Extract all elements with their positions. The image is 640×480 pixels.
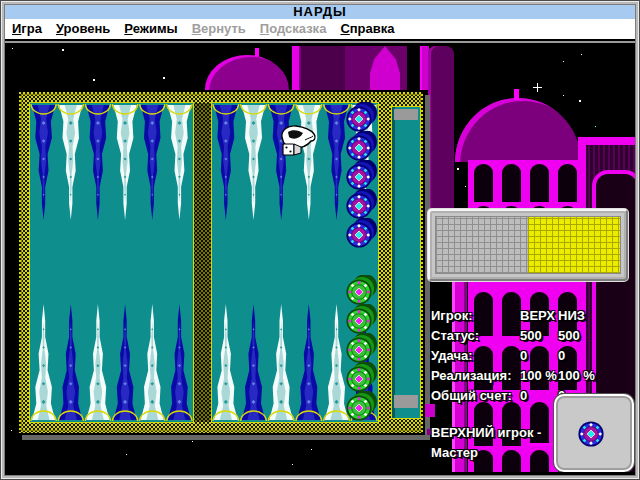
title-bar[interactable]: НАРДЫ: [5, 3, 635, 19]
palace-arch: [502, 164, 521, 202]
palace-tower: [428, 46, 454, 214]
star: [563, 61, 564, 62]
score-bar-lower-half: [528, 217, 620, 273]
palace-wall: [301, 46, 345, 90]
star: [465, 186, 466, 187]
palace-dome-large: [455, 98, 581, 162]
star: [126, 454, 127, 455]
score-value-upper: 0: [520, 388, 558, 403]
star: [163, 77, 165, 79]
star-cross: [533, 83, 542, 92]
player-col-upper: ВЕРХ: [520, 308, 558, 323]
palace-pillar: [292, 46, 301, 90]
palace-finial: [255, 48, 259, 56]
menu-item-4: Вернуть: [185, 19, 253, 36]
score-value-lower: 500: [558, 328, 621, 343]
turn-indicator-checker: [576, 417, 612, 449]
star: [563, 95, 564, 96]
score-value-upper: 0: [520, 348, 558, 363]
game-area[interactable]: Игрок: ВЕРХ НИЗ Статус:500500Удача:00Реа…: [5, 41, 635, 472]
menu-item-1[interactable]: Игра: [5, 19, 49, 36]
menu-item-6[interactable]: Справка: [333, 19, 401, 36]
menu-item-3[interactable]: Режимы: [117, 19, 184, 36]
score-value-lower: 100 %: [558, 368, 621, 383]
palace-dome-small: [205, 55, 289, 90]
score-balance-bar: [428, 209, 628, 281]
star: [11, 430, 12, 431]
palace-arch: [530, 164, 549, 202]
menu-item-5: Подсказка: [253, 19, 334, 36]
palace-finial: [514, 89, 519, 100]
checker-green[interactable]: [344, 304, 380, 336]
checker-green[interactable]: [344, 333, 380, 365]
score-label: Статус:: [431, 328, 520, 343]
checker-green[interactable]: [344, 362, 380, 394]
checker-green[interactable]: [344, 275, 380, 307]
star: [292, 464, 293, 465]
checker-blue[interactable]: [344, 189, 380, 221]
checker-blue[interactable]: [344, 218, 380, 250]
turn-indicator-panel: [554, 394, 634, 472]
menu-bar: ИграУровеньРежимыВернутьПодсказкаСправка: [5, 19, 635, 40]
window-title: НАРДЫ: [293, 4, 347, 19]
checker-blue[interactable]: [344, 160, 380, 192]
scoreboard: Игрок: ВЕРХ НИЗ Статус:500500Удача:00Реа…: [431, 305, 621, 405]
checker-stack-lower[interactable]: [344, 275, 380, 425]
star: [192, 441, 193, 442]
palace-arch: [558, 164, 577, 202]
scoreboard-header: Игрок: ВЕРХ НИЗ: [431, 305, 621, 325]
checker-stack-upper[interactable]: [344, 102, 380, 252]
star: [62, 49, 64, 51]
palace-arch: [474, 164, 493, 202]
score-row-1: Статус:500500: [431, 325, 621, 345]
score-label: Общий счет:: [431, 388, 520, 403]
score-row-3: Реализация:100 %100 %: [431, 365, 621, 385]
star: [12, 48, 13, 49]
menu-item-2[interactable]: Уровень: [49, 19, 117, 36]
star: [93, 79, 95, 81]
score-row-2: Удача:00: [431, 345, 621, 365]
star: [311, 449, 312, 450]
palace-fragment: [425, 404, 435, 417]
checker-blue[interactable]: [344, 102, 380, 134]
score-bar-upper-half: [436, 217, 528, 273]
hand-dice-cursor: [275, 121, 319, 161]
score-value-upper: 500: [520, 328, 558, 343]
player-col-lower: НИЗ: [558, 308, 621, 323]
app-window: НАРДЫ ИграУровеньРежимыВернутьПодсказкаС…: [0, 0, 640, 480]
checker-green[interactable]: [344, 391, 380, 423]
score-label: Реализация:: [431, 368, 520, 383]
score-value-lower: 0: [558, 348, 621, 363]
star: [581, 54, 582, 55]
star: [595, 126, 596, 127]
bear-off-tray[interactable]: [392, 107, 420, 418]
checker-blue[interactable]: [344, 131, 380, 163]
score-value-upper: 100 %: [520, 368, 558, 383]
star: [579, 100, 581, 102]
players-label: Игрок:: [431, 308, 520, 323]
star: [457, 168, 459, 170]
score-label: Удача:: [431, 348, 520, 363]
